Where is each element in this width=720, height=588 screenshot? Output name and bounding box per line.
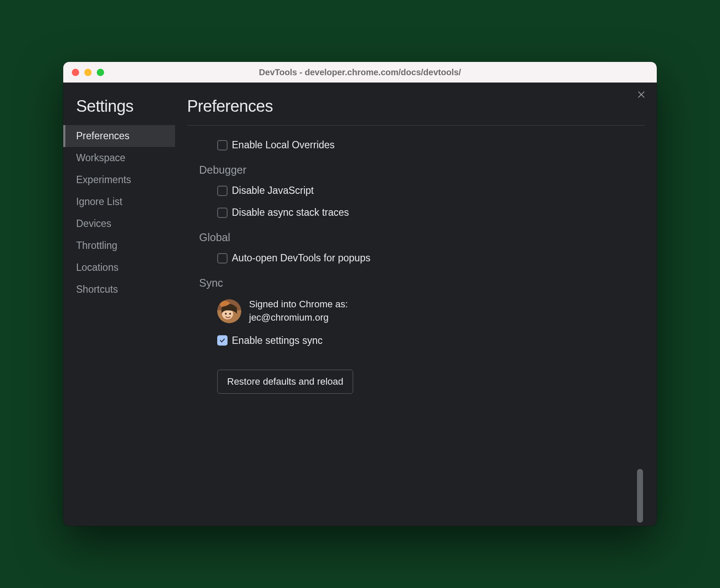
settings-body: Settings Preferences Workspace Experimen… [63,83,657,526]
sidebar-item-label: Experiments [76,174,131,185]
option-label: Enable Local Overrides [232,139,335,151]
option-label: Disable async stack traces [232,207,349,218]
window-title: DevTools - developer.chrome.com/docs/dev… [63,67,657,77]
window-minimize-button[interactable] [84,69,92,76]
sidebar-item-label: Locations [76,262,118,273]
settings-main: Preferences Enable Local Overrides Debug… [175,83,657,526]
sidebar-item-label: Workspace [76,152,126,163]
option-label: Auto-open DevTools for popups [232,252,370,264]
titlebar: DevTools - developer.chrome.com/docs/dev… [63,62,657,83]
checkbox-icon[interactable] [217,208,228,218]
sidebar-item-preferences[interactable]: Preferences [63,125,175,147]
checkbox-icon[interactable] [217,335,228,346]
section-title-sync: Sync [199,277,628,289]
checkbox-icon[interactable] [217,186,228,196]
preferences-content: Enable Local Overrides Debugger Disable … [187,139,645,394]
sidebar-item-experiments[interactable]: Experiments [63,169,175,191]
sidebar-item-locations[interactable]: Locations [63,257,175,279]
avatar [217,299,241,323]
svg-point-4 [225,313,227,315]
option-enable-settings-sync[interactable]: Enable settings sync [217,335,628,346]
sidebar-item-label: Shortcuts [76,284,118,295]
page-title: Preferences [187,97,645,125]
option-label: Enable settings sync [232,335,323,346]
scrollbar-thumb[interactable] [637,469,643,523]
sync-account-text: Signed into Chrome as: jec@chromium.org [249,298,348,325]
option-auto-open-devtools-popups[interactable]: Auto-open DevTools for popups [217,252,628,264]
settings-sidebar: Settings Preferences Workspace Experimen… [63,83,175,526]
section-title-debugger: Debugger [199,164,628,176]
sync-email: jec@chromium.org [249,311,348,325]
sidebar-item-label: Preferences [76,130,129,141]
sidebar-item-label: Throttling [76,240,117,251]
sidebar-title: Settings [63,97,175,125]
traffic-lights [63,69,104,76]
sidebar-item-shortcuts[interactable]: Shortcuts [63,279,175,300]
scrollbar-track[interactable] [637,129,643,523]
checkbox-icon[interactable] [217,140,228,150]
option-label: Disable JavaScript [232,185,314,196]
sidebar-item-ignore-list[interactable]: Ignore List [63,191,175,213]
close-icon[interactable] [635,89,647,101]
sidebar-item-label: Devices [76,218,111,229]
preferences-scroll-area: Enable Local Overrides Debugger Disable … [187,125,645,526]
sidebar-item-label: Ignore List [76,196,122,207]
checkbox-icon[interactable] [217,253,228,263]
section-title-global: Global [199,231,628,244]
devtools-settings-window: DevTools - developer.chrome.com/docs/dev… [63,62,657,526]
option-disable-javascript[interactable]: Disable JavaScript [217,185,628,196]
sidebar-item-devices[interactable]: Devices [63,213,175,235]
option-enable-local-overrides[interactable]: Enable Local Overrides [217,139,628,151]
window-zoom-button[interactable] [97,69,104,76]
sidebar-item-workspace[interactable]: Workspace [63,147,175,169]
sidebar-item-throttling[interactable]: Throttling [63,235,175,257]
option-disable-async-stack-traces[interactable]: Disable async stack traces [217,207,628,218]
sync-account-row: Signed into Chrome as: jec@chromium.org [217,298,628,325]
restore-defaults-button[interactable]: Restore defaults and reload [217,370,353,394]
sync-signed-in-label: Signed into Chrome as: [249,298,348,311]
window-close-button[interactable] [72,69,79,76]
svg-point-5 [229,313,231,315]
